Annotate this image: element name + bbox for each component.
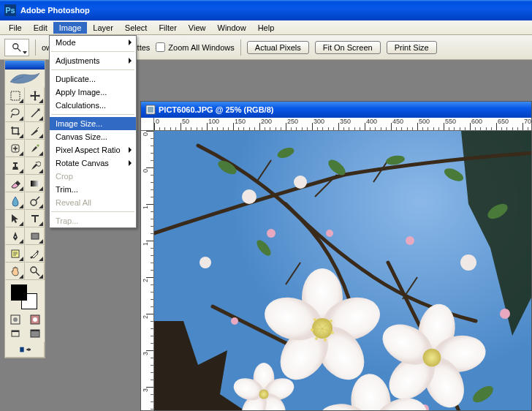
app-title: Adobe Photoshop <box>20 6 90 15</box>
horizontal-ruler[interactable]: 0501001502002503003504004505005506006507… <box>154 118 531 131</box>
rectangle-tool[interactable] <box>25 227 45 245</box>
slice-tool[interactable] <box>25 122 45 140</box>
canvas[interactable] <box>154 131 531 410</box>
submenu-indicator-icon <box>39 239 43 244</box>
menu-item-crop: Crop <box>50 170 136 183</box>
path-selection-tool[interactable] <box>5 210 25 227</box>
clone-stamp-tool[interactable] <box>5 157 25 175</box>
submenu-indicator-icon <box>39 186 43 191</box>
submenu-indicator-icon <box>19 222 23 226</box>
type-tool[interactable] <box>25 210 45 227</box>
eyedropper-tool[interactable] <box>25 245 45 263</box>
svg-point-15 <box>31 267 37 273</box>
toolbox-titlebar[interactable] <box>5 61 45 69</box>
menu-item-calculations[interactable]: Calculations... <box>50 99 136 112</box>
submenu-arrow-icon <box>129 39 132 45</box>
submenu-indicator-icon <box>19 239 23 244</box>
fullscreen-menu-button[interactable] <box>25 327 45 342</box>
document-titlebar[interactable]: PICT6060.JPG @ 25% (RGB/8) <box>141 102 531 118</box>
eraser-tool[interactable] <box>5 175 25 192</box>
move-tool[interactable] <box>25 87 45 105</box>
standard-screen-button[interactable] <box>5 327 25 342</box>
menu-layer[interactable]: Layer <box>87 22 119 34</box>
submenu-arrow-icon <box>129 58 132 64</box>
menu-item-rotate-canvas[interactable]: Rotate Canvas <box>50 157 136 170</box>
toolbox <box>4 60 45 358</box>
svg-point-66 <box>311 328 314 331</box>
svg-point-40 <box>294 176 307 189</box>
menu-item-mode[interactable]: Mode <box>50 36 136 49</box>
actual-pixels-button[interactable]: Actual Pixels <box>247 41 309 54</box>
svg-rect-9 <box>31 181 39 186</box>
ruler-origin[interactable] <box>141 118 154 131</box>
magic-wand-tool[interactable] <box>25 105 45 122</box>
zoom-tool[interactable] <box>25 263 45 280</box>
svg-point-43 <box>267 229 276 238</box>
history-brush-tool[interactable] <box>25 157 45 175</box>
tool-preset-picker[interactable] <box>4 39 29 56</box>
blur-tool[interactable] <box>5 192 25 210</box>
submenu-indicator-icon <box>39 134 43 138</box>
submenu-indicator-icon <box>19 257 23 261</box>
submenu-indicator-icon <box>39 222 43 226</box>
quickmask-mode-button[interactable] <box>25 312 45 327</box>
menu-select[interactable]: Select <box>119 22 153 34</box>
svg-text:Ps: Ps <box>5 6 15 15</box>
crop-tool[interactable] <box>5 122 25 140</box>
color-swatches[interactable] <box>5 280 45 312</box>
menu-separator <box>51 114 134 115</box>
submenu-indicator-icon <box>19 151 23 156</box>
menu-separator <box>51 51 134 52</box>
svg-point-61 <box>330 320 332 323</box>
print-size-button[interactable]: Print Size <box>387 41 437 54</box>
menu-file[interactable]: File <box>3 22 28 34</box>
lasso-tool[interactable] <box>5 105 25 122</box>
dodge-tool[interactable] <box>25 192 45 210</box>
submenu-indicator-icon <box>19 186 23 191</box>
svg-point-65 <box>324 339 327 342</box>
standard-mode-button[interactable] <box>5 312 25 327</box>
svg-point-39 <box>242 189 256 204</box>
imageready-button[interactable] <box>5 342 45 358</box>
menu-help[interactable]: Help <box>252 22 281 34</box>
menu-item-adjustments[interactable]: Adjustments <box>50 54 136 67</box>
menu-item-pixel-aspect-ratio[interactable]: Pixel Aspect Ratio <box>50 143 136 157</box>
menu-filter[interactable]: Filter <box>153 22 182 34</box>
svg-point-20 <box>33 317 37 322</box>
svg-point-46 <box>500 309 510 319</box>
svg-rect-12 <box>31 233 39 239</box>
healing-brush-tool[interactable] <box>5 140 25 157</box>
submenu-indicator-icon <box>19 134 23 138</box>
foreground-color-swatch[interactable] <box>11 284 27 301</box>
fit-on-screen-button[interactable]: Fit On Screen <box>315 41 381 54</box>
rectangular-marquee-tool[interactable] <box>5 87 25 105</box>
svg-rect-24 <box>31 330 39 331</box>
menu-window[interactable]: Window <box>212 22 252 34</box>
submenu-indicator-icon <box>39 204 43 208</box>
pen-tool[interactable] <box>5 227 25 245</box>
menu-edit[interactable]: Edit <box>28 22 53 34</box>
svg-point-10 <box>31 200 37 206</box>
svg-rect-8 <box>13 162 18 164</box>
zoom-all-checkbox[interactable]: Zoom All Windows <box>156 42 234 52</box>
menu-view[interactable]: View <box>183 22 212 34</box>
svg-rect-22 <box>12 331 19 332</box>
svg-rect-25 <box>20 347 23 352</box>
brush-tool[interactable] <box>25 140 45 157</box>
menu-item-apply-image[interactable]: Apply Image... <box>50 86 136 99</box>
menu-item-duplicate[interactable]: Duplicate... <box>50 72 136 86</box>
gradient-tool[interactable] <box>25 175 45 192</box>
menu-item-image-size[interactable]: Image Size... <box>50 117 136 130</box>
menu-item-canvas-size[interactable]: Canvas Size... <box>50 130 136 143</box>
svg-point-47 <box>231 317 238 325</box>
menu-item-trap: Trap... <box>50 214 136 227</box>
submenu-indicator-icon <box>39 151 43 156</box>
notes-tool[interactable] <box>5 245 25 263</box>
hand-tool[interactable] <box>5 263 25 280</box>
menu-item-trim[interactable]: Trim... <box>50 183 136 196</box>
vertical-ruler[interactable]: 001122334 <box>141 131 154 410</box>
titlebar: Ps Adobe Photoshop <box>0 0 532 20</box>
menu-image[interactable]: Image <box>53 22 88 34</box>
submenu-arrow-icon <box>129 147 132 153</box>
svg-rect-5 <box>11 91 20 100</box>
